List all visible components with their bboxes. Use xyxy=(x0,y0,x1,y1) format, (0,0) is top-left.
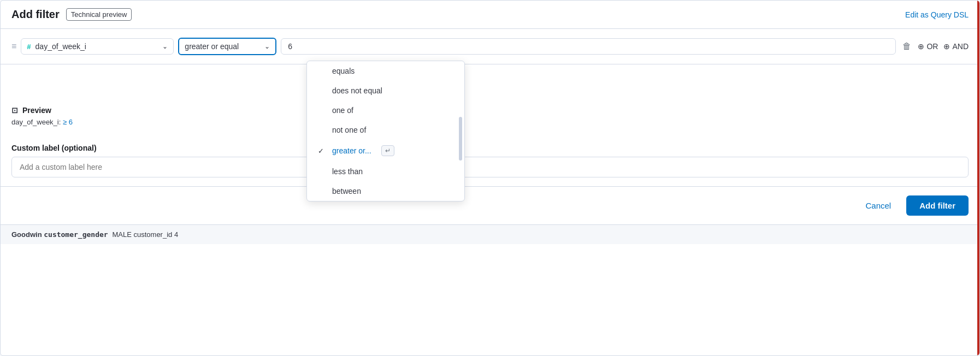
preview-title: Preview xyxy=(22,106,51,115)
preview-section: ⊡ Preview day_of_week_i: ≥ 6 xyxy=(1,97,979,135)
field-selector[interactable]: # day_of_week_i ⌄ xyxy=(21,38,174,55)
dropdown-label-does-not-equal: does not equal xyxy=(332,86,382,95)
modal-footer: Cancel Add filter xyxy=(1,186,979,224)
custom-label-input[interactable] xyxy=(11,157,969,177)
and-label: AND xyxy=(952,42,969,51)
field-type-icon: # xyxy=(27,43,31,51)
field-selector-chevron-icon: ⌄ xyxy=(162,43,168,50)
dropdown-label-between: between xyxy=(332,187,361,195)
preview-icon: ⊡ xyxy=(11,106,18,115)
dropdown-item-not-one-of[interactable]: not one of xyxy=(307,120,464,140)
dropdown-label-greater-or-equal: greater or... xyxy=(332,146,371,155)
add-filter-button[interactable]: Add filter xyxy=(906,195,969,216)
dropdown-item-less-than[interactable]: less than xyxy=(307,162,464,181)
operator-chevron-icon: ⌄ xyxy=(264,43,270,50)
dropdown-label-less-than: less than xyxy=(332,167,363,176)
red-accent-bar xyxy=(977,1,979,355)
bottom-text-rest: MALE customer_id 4 xyxy=(112,230,178,239)
dropdown-label-one-of: one of xyxy=(332,106,353,115)
dropdown-item-equals[interactable]: equals xyxy=(307,61,464,81)
modal-title: Add filter xyxy=(11,8,60,21)
dropdown-item-does-not-equal[interactable]: does not equal xyxy=(307,81,464,100)
operator-label: greater or equal xyxy=(185,42,260,51)
or-label: OR xyxy=(926,42,938,51)
header-left: Add filter Technical preview xyxy=(11,8,132,21)
operator-selector[interactable]: greater or equal ⌄ xyxy=(178,38,276,55)
technical-preview-badge: Technical preview xyxy=(66,8,132,21)
trash-icon: 🗑 xyxy=(902,41,911,51)
bottom-text-goodwin: Goodwin xyxy=(11,230,42,239)
modal-header: Add filter Technical preview Edit as Que… xyxy=(1,1,979,29)
dropdown-label-not-one-of: not one of xyxy=(332,126,366,134)
plus-icon-and: ⊕ xyxy=(943,42,950,51)
or-and-controls: ⊕ OR ⊕ AND xyxy=(918,42,969,51)
preview-header: ⊡ Preview xyxy=(11,106,969,115)
check-icon-greater-or-equal: ✓ xyxy=(318,147,327,155)
filter-row-wrapper: ≡ # day_of_week_i ⌄ greater or equal ⌄ 🗑… xyxy=(1,29,979,64)
edit-as-query-dsl-link[interactable]: Edit as Query DSL xyxy=(905,10,969,19)
or-button[interactable]: ⊕ OR xyxy=(918,42,938,51)
operator-dropdown: equals does not equal one of not one of … xyxy=(306,61,465,201)
preview-field: day_of_week_i: xyxy=(11,118,63,126)
preview-operator: ≥ xyxy=(63,118,69,126)
bottom-strip: Goodwin customer_gender MALE customer_id… xyxy=(1,224,979,244)
custom-label-title: Custom label (optional) xyxy=(11,144,969,152)
dropdown-scrollbar xyxy=(459,117,462,161)
add-filter-modal: Add filter Technical preview Edit as Que… xyxy=(0,0,980,356)
enter-key-badge: ↵ xyxy=(381,145,394,156)
bottom-text-customer-gender: customer_gender xyxy=(44,230,112,239)
and-button[interactable]: ⊕ AND xyxy=(943,42,969,51)
dropdown-item-one-of[interactable]: one of xyxy=(307,100,464,120)
preview-val: 6 xyxy=(69,118,73,126)
plus-icon: ⊕ xyxy=(918,42,924,51)
custom-label-section: Custom label (optional) xyxy=(1,135,979,186)
dropdown-item-greater-or-equal[interactable]: ✓ greater or... ↵ xyxy=(307,140,464,162)
delete-filter-button[interactable]: 🗑 xyxy=(900,39,913,54)
drag-handle-icon[interactable]: ≡ xyxy=(11,41,16,51)
field-name-label: day_of_week_i xyxy=(36,42,158,51)
filter-row: ≡ # day_of_week_i ⌄ greater or equal ⌄ 🗑… xyxy=(11,38,969,55)
preview-value: day_of_week_i: ≥ 6 xyxy=(11,118,969,126)
dropdown-item-between[interactable]: between xyxy=(307,181,464,201)
dropdown-label-equals: equals xyxy=(332,67,355,75)
cancel-button[interactable]: Cancel xyxy=(857,197,900,215)
value-input[interactable] xyxy=(281,38,896,55)
